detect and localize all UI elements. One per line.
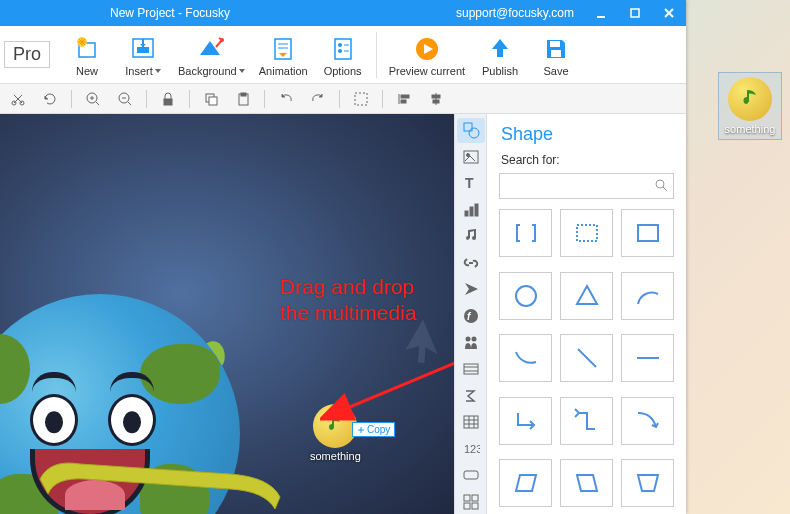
canvas[interactable]: Copy something Drag and drop the multime… [0,114,454,514]
search-icon[interactable] [654,178,668,196]
shape-curve-arrow[interactable] [621,397,674,445]
svg-rect-1 [631,9,639,17]
canvas-banner-graphic [30,449,290,514]
svg-rect-33 [241,93,246,96]
side-tool-link[interactable] [457,251,485,276]
rotate-button[interactable] [36,87,64,111]
side-tool-music[interactable] [457,224,485,249]
svg-point-74 [516,286,536,306]
save-icon [542,33,570,65]
paste-button[interactable] [229,87,257,111]
side-tool-shapes[interactable] [457,118,485,143]
dropped-file-item[interactable]: Copy something [310,404,361,462]
close-button[interactable] [652,0,686,26]
separator [146,90,147,108]
shape-rect-dashed[interactable] [560,209,613,257]
separator [264,90,265,108]
side-tool-chart[interactable] [457,198,485,223]
svg-point-8 [220,38,224,42]
redo-button[interactable] [304,87,332,111]
svg-rect-49 [465,211,468,216]
new-icon [73,33,101,65]
shape-panel-title: Shape [487,114,686,151]
ribbon-toolbar: Pro New Insert Background Animation Opti… [0,26,686,84]
shape-line-horiz[interactable] [621,334,674,382]
desktop-file-icon[interactable]: something [718,72,782,140]
publish-button[interactable]: Publish [473,31,527,79]
svg-rect-72 [577,225,597,241]
shape-curve-down[interactable] [499,334,552,382]
shape-parallelogram-2[interactable] [560,459,613,507]
svg-rect-66 [464,495,470,501]
shape-triangle[interactable] [560,272,613,320]
zoom-in-button[interactable] [79,87,107,111]
zoom-out-button[interactable] [111,87,139,111]
svg-rect-18 [550,41,560,47]
shape-parallelogram-1[interactable] [499,459,552,507]
shape-connector-1[interactable] [499,397,552,445]
align-center-button[interactable] [422,87,450,111]
side-tool-symbol[interactable] [457,277,485,302]
select-button[interactable] [347,87,375,111]
side-tool-number[interactable]: 123 [457,436,485,461]
svg-line-75 [578,349,596,367]
svg-point-70 [656,180,664,188]
new-button[interactable]: New [60,31,114,79]
svg-rect-73 [638,225,658,241]
side-tool-group[interactable] [457,330,485,355]
shape-connector-2[interactable] [560,397,613,445]
support-link[interactable]: support@focusky.com [456,6,574,20]
minimize-button[interactable] [584,0,618,26]
svg-text:123: 123 [464,443,480,455]
main-area: Copy something Drag and drop the multime… [0,114,686,514]
svg-point-45 [469,128,479,138]
svg-rect-12 [335,39,351,59]
search-label: Search for: [487,151,686,169]
side-tool-text[interactable]: T [457,171,485,196]
side-tool-formula[interactable] [457,383,485,408]
shape-circle[interactable] [499,272,552,320]
side-tool-button[interactable] [457,463,485,488]
shape-grid [487,209,686,514]
lock-button[interactable] [154,87,182,111]
music-file-icon [313,404,357,448]
application-window: New Project - Focusky support@focusky.co… [0,0,686,514]
pro-badge: Pro [4,41,50,68]
shape-line-diag[interactable] [560,334,613,382]
animation-icon [269,33,297,65]
svg-rect-34 [355,93,367,105]
shape-arc[interactable] [621,272,674,320]
svg-line-71 [663,187,667,191]
cut-button[interactable] [4,87,32,111]
svg-rect-67 [472,495,478,501]
dropdown-arrow-icon [155,69,161,73]
shape-rect[interactable] [621,209,674,257]
separator [71,90,72,108]
maximize-button[interactable] [618,0,652,26]
side-tool-video[interactable] [457,357,485,382]
save-button[interactable]: Save [529,31,583,79]
svg-rect-56 [464,364,478,374]
separator [189,90,190,108]
shape-search-input[interactable] [499,173,674,199]
svg-point-54 [465,336,470,341]
svg-rect-19 [551,50,561,57]
options-button[interactable]: Options [316,31,370,79]
secondary-toolbar [0,84,686,114]
desktop-file-label: something [725,123,776,135]
side-tool-table[interactable] [457,410,485,435]
animation-button[interactable]: Animation [253,31,314,79]
shape-trapezoid[interactable] [621,459,674,507]
insert-button[interactable]: Insert [116,31,170,79]
copy-button[interactable] [197,87,225,111]
svg-line-23 [96,102,99,105]
side-tool-image[interactable] [457,145,485,170]
side-tool-misc[interactable] [457,489,485,514]
plus-icon [357,426,365,434]
undo-button[interactable] [272,87,300,111]
background-button[interactable]: Background [172,31,251,79]
side-tool-flash[interactable]: f [457,304,485,329]
shape-brackets[interactable] [499,209,552,257]
align-left-button[interactable] [390,87,418,111]
preview-button[interactable]: Preview current [383,31,471,79]
